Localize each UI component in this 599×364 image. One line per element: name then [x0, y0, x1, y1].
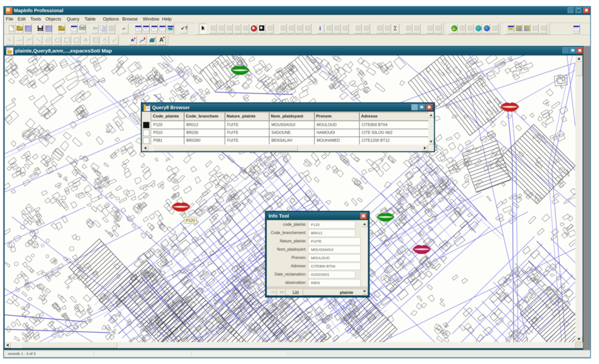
svg-text:MEDECN: MEDECN: [546, 289, 559, 292]
svg-text:P120: P120: [186, 218, 195, 223]
